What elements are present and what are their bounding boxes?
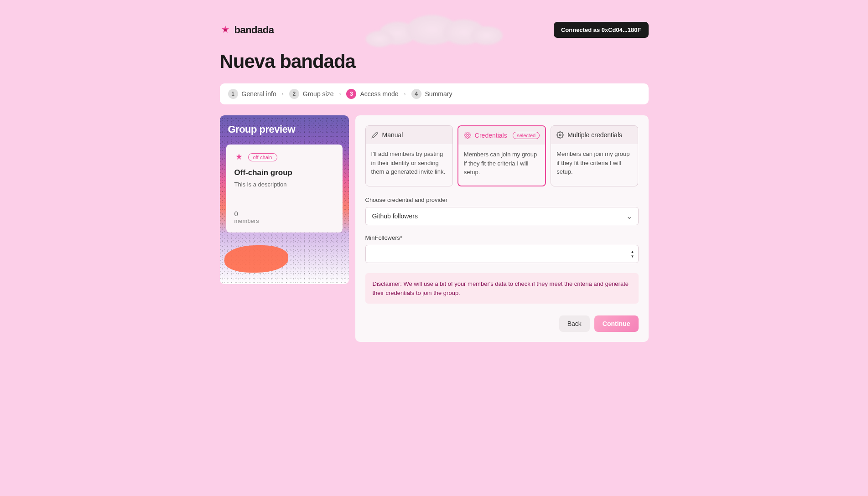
access-mode-label: Credentials: [475, 132, 507, 139]
step-number: 4: [411, 89, 421, 99]
selected-badge: selected: [513, 132, 540, 139]
access-mode-label: Multiple credentials: [567, 131, 622, 139]
chevron-right-icon: ›: [404, 91, 406, 97]
stepper-down[interactable]: ▼: [629, 254, 636, 258]
access-mode-label: Manual: [382, 131, 403, 139]
back-button[interactable]: Back: [559, 315, 590, 332]
connected-wallet-button[interactable]: Connected as 0xCd04...180F: [554, 22, 649, 38]
preview-title: Group preview: [220, 115, 349, 135]
step-general-info[interactable]: 1 General info: [228, 89, 276, 99]
logo[interactable]: bandada: [220, 24, 274, 36]
step-number: 1: [228, 89, 238, 99]
step-label: Summary: [425, 90, 452, 98]
access-mode-credentials[interactable]: Credentials selected Members can join my…: [457, 125, 546, 186]
svg-point-1: [467, 134, 468, 136]
step-label: Group size: [303, 90, 334, 98]
provider-select[interactable]: Github followers: [365, 207, 639, 225]
steps-breadcrumb: 1 General info › 2 Group size › 3 Access…: [220, 83, 649, 104]
provider-label: Choose credential and provider: [365, 196, 639, 203]
gear-icon: [464, 132, 471, 139]
step-label: Access mode: [360, 90, 398, 98]
bandada-logo-icon: [220, 25, 231, 36]
chevron-right-icon: ›: [339, 91, 341, 97]
min-followers-input[interactable]: [365, 245, 639, 263]
group-preview-panel: Group preview off-chain Off-chain group …: [220, 115, 349, 284]
page-title: Nueva bandada: [220, 51, 649, 72]
chain-badge: off-chain: [248, 153, 277, 161]
svg-point-0: [224, 29, 227, 31]
access-mode-panel: Manual I'll add members by pasting in th…: [355, 115, 649, 342]
step-group-size[interactable]: 2 Group size: [289, 89, 334, 99]
header: bandada Connected as 0xCd04...180F: [220, 22, 649, 38]
svg-point-2: [559, 134, 561, 136]
members-label: members: [234, 217, 334, 224]
step-access-mode[interactable]: 3 Access mode: [346, 89, 398, 99]
logo-text: bandada: [234, 24, 274, 36]
step-label: General info: [242, 90, 276, 98]
access-mode-description: Members can join my group if they fit th…: [551, 144, 638, 185]
group-description: This is a description: [234, 181, 334, 188]
access-mode-description: I'll add members by pasting in their ide…: [366, 144, 452, 185]
access-mode-multiple-credentials[interactable]: Multiple credentials Members can join my…: [551, 125, 638, 186]
min-followers-label: MinFollowers*: [365, 234, 639, 241]
pencil-icon: [371, 131, 379, 139]
step-summary[interactable]: 4 Summary: [411, 89, 452, 99]
group-name: Off-chain group: [234, 168, 334, 177]
access-mode-description: Members can join my group if they fit th…: [458, 145, 545, 186]
access-mode-manual[interactable]: Manual I'll add members by pasting in th…: [365, 125, 453, 186]
preview-card: off-chain Off-chain group This is a desc…: [226, 145, 343, 232]
stepper-up[interactable]: ▲: [629, 249, 636, 254]
bandada-logo-icon: [234, 153, 244, 162]
disclaimer-text: Disclaimer: We will use a bit of your me…: [365, 273, 639, 304]
step-number: 3: [346, 89, 356, 99]
members-count: 0: [234, 210, 334, 217]
gear-icon: [556, 131, 564, 139]
step-number: 2: [289, 89, 299, 99]
chevron-right-icon: ›: [282, 91, 284, 97]
continue-button[interactable]: Continue: [594, 315, 639, 332]
